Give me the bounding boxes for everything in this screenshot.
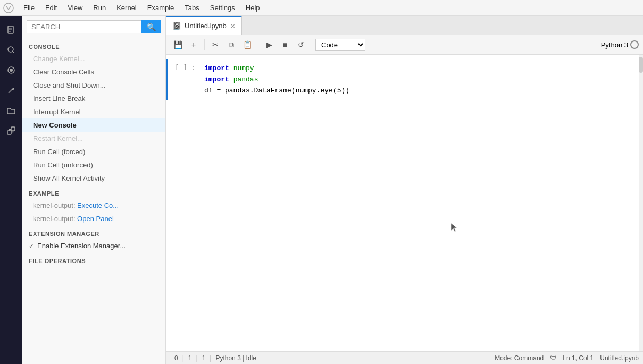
toolbar: 💾 + ✂ ⧉ 📋 ▶ ■ ↺ Code Markdown Raw Python… (166, 35, 643, 55)
cell-type-select[interactable]: Code Markdown Raw (315, 39, 365, 51)
sidebar-search-btn[interactable] (2, 40, 21, 60)
notebook-icon: 📓 (172, 22, 181, 30)
cut-button[interactable]: ✂ (208, 37, 223, 52)
menu-bar: File Edit View Run Kernel Example Tabs S… (0, 0, 643, 16)
sidebar-extensions-btn[interactable] (2, 121, 21, 140)
panel-item-run-cell-unforced[interactable]: Run Cell (unforced) (22, 158, 165, 172)
add-cell-button[interactable]: + (186, 37, 201, 52)
example-prefix-2: kernel-output: (33, 215, 77, 223)
svg-line-6 (13, 52, 14, 53)
code-cell: [ ] : import numpy import pandas df = pa… (166, 59, 639, 100)
svg-rect-10 (7, 131, 11, 134)
tab-title: Untitled.ipynb (185, 22, 227, 30)
editor-area[interactable]: [ ] : import numpy import pandas df = pa… (166, 55, 639, 351)
cell-prompt: [ ] : (168, 63, 200, 96)
panel-item-restart-kernel[interactable]: Restart Kernel... (22, 132, 165, 145)
run-button[interactable]: ▶ (262, 37, 277, 52)
cell-code[interactable]: import numpy import pandas df = pandas.D… (200, 63, 639, 96)
kernel-info: Python 3 (601, 40, 639, 49)
search-input[interactable] (27, 20, 141, 33)
svg-point-8 (10, 69, 13, 72)
panel-item-change-kernel[interactable]: Change Kernel... (22, 52, 165, 65)
editor-scrollbar[interactable] (639, 55, 643, 351)
file-ops-section-header: FILE OPERATIONS (22, 252, 165, 266)
svg-rect-11 (11, 127, 15, 131)
svg-point-5 (8, 47, 13, 52)
search-bar: 🔍 (22, 16, 165, 38)
app-logo (2, 2, 15, 14)
menu-file[interactable]: File (18, 2, 40, 13)
code-line-3: df = pandas.DataFrame(numpy.eye(5)) (204, 86, 634, 97)
status-item2: 1 (198, 354, 210, 362)
panel-item-interrupt-kernel[interactable]: Interrupt Kernel (22, 105, 165, 118)
stop-button[interactable]: ■ (278, 37, 293, 52)
paste-button[interactable]: 📋 (240, 37, 255, 52)
panel-item-execute-co[interactable]: kernel-output: Execute Co... (22, 199, 165, 212)
tab-untitled[interactable]: 📓 Untitled.ipynb × (166, 16, 242, 35)
sidebar-file-btn[interactable] (2, 20, 21, 39)
code-line-1: import numpy (204, 63, 634, 74)
example-link-1[interactable]: Execute Co... (77, 201, 119, 209)
example-link-2[interactable]: Open Panel (77, 215, 114, 223)
checkmark-icon: ✓ (29, 242, 34, 250)
sidebar-tools-btn[interactable] (2, 81, 21, 100)
panel-item-clear-console[interactable]: Clear Console Cells (22, 65, 165, 79)
toolbar-sep-2 (258, 39, 258, 50)
toolbar-sep-3 (312, 39, 312, 50)
panel-item-close-shutdown[interactable]: Close and Shut Down... (22, 79, 165, 92)
example-section-header: EXAMPLE (22, 185, 165, 199)
editor-wrapper: [ ] : import numpy import pandas df = pa… (166, 55, 643, 351)
status-cell-number: 0 (170, 354, 182, 362)
panel-item-run-cell-forced[interactable]: Run Cell (forced) (22, 145, 165, 158)
status-filename: Untitled.ipynb (600, 354, 639, 362)
panel-item-insert-line-break[interactable]: Insert Line Break (22, 92, 165, 105)
status-position: Ln 1, Col 1 (563, 354, 594, 362)
panel-item-new-console[interactable]: New Console (22, 118, 165, 132)
panel-item-open-panel[interactable]: kernel-output: Open Panel (22, 212, 165, 225)
example-prefix-1: kernel-output: (33, 201, 77, 209)
menu-view[interactable]: View (62, 2, 88, 13)
icon-sidebar (0, 16, 22, 364)
status-bar: 0 | 1 | 1 | Python 3 | Idle Mode: Comman… (166, 351, 643, 364)
copy-button[interactable]: ⧉ (224, 37, 239, 52)
menu-settings[interactable]: Settings (205, 2, 240, 13)
save-button[interactable]: 💾 (170, 37, 185, 52)
menu-run[interactable]: Run (88, 2, 111, 13)
main-area: 🔍 CONSOLE Change Kernel... Clear Console… (0, 16, 643, 364)
command-panel: 🔍 CONSOLE Change Kernel... Clear Console… (22, 16, 166, 364)
tab-close-button[interactable]: × (231, 22, 235, 30)
menu-help[interactable]: Help (240, 2, 265, 13)
status-right: Mode: Command 🛡 Ln 1, Col 1 Untitled.ipy… (495, 354, 639, 362)
status-mode: Mode: Command (495, 354, 544, 362)
code-line-2: import pandas (204, 74, 634, 86)
sidebar-theme-btn[interactable] (2, 61, 21, 80)
panel-item-show-all-kernel[interactable]: Show All Kernel Activity (22, 172, 165, 185)
content-area: 📓 Untitled.ipynb × 💾 + ✂ ⧉ 📋 ▶ ■ ↺ Code … (166, 16, 643, 364)
menu-example[interactable]: Example (142, 2, 180, 13)
menu-tabs[interactable]: Tabs (179, 2, 204, 13)
kernel-name-label: Python 3 (601, 41, 628, 49)
restart-button[interactable]: ↺ (294, 37, 308, 52)
sidebar-folder-btn[interactable] (2, 101, 21, 120)
panel-item-enable-extension[interactable]: ✓ Enable Extension Manager... (22, 239, 165, 252)
panel-content: CONSOLE Change Kernel... Clear Console C… (22, 38, 165, 364)
cursor (450, 222, 457, 234)
status-item1: 1 (184, 354, 196, 362)
console-section-header: CONSOLE (22, 38, 165, 52)
svg-point-0 (4, 3, 13, 13)
svg-line-9 (9, 89, 12, 93)
extension-section-header: EXTENSION MANAGER (22, 225, 165, 239)
kernel-status-indicator (630, 40, 639, 49)
toolbar-sep-1 (204, 39, 205, 50)
search-button[interactable]: 🔍 (141, 20, 161, 33)
status-kernel-name: Python 3 | Idle (211, 354, 261, 362)
enable-extension-label: Enable Extension Manager... (37, 242, 126, 250)
status-shield-icon: 🛡 (550, 354, 556, 362)
menu-edit[interactable]: Edit (40, 2, 62, 13)
menu-kernel[interactable]: Kernel (111, 2, 142, 13)
tab-bar: 📓 Untitled.ipynb × (166, 16, 643, 35)
